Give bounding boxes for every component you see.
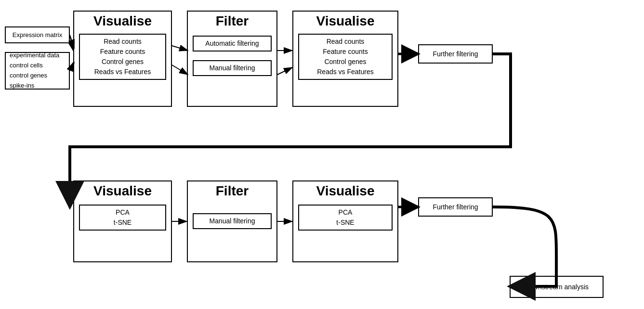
downstream-box: Downstream analysis [510,276,604,298]
visualise3-section: Visualise PCA t-SNE [73,180,172,262]
visualise4-inner: PCA t-SNE [298,205,393,231]
v2-item1: Read counts [305,37,386,47]
v1-item4: Reads vs Features [86,67,159,77]
visualise1-inner: Read counts Feature counts Control genes… [79,34,166,80]
v1-item2: Feature counts [86,47,159,57]
v1-item1: Read counts [86,37,159,47]
further-filtering1-label: Further filtering [433,50,478,58]
filter1-section: Filter Automatic filtering Manual filter… [187,11,277,107]
visualise3-inner: PCA t-SNE [79,205,166,231]
expression-matrix-label: Expression matrix [13,31,62,39]
v2-item3: Control genes [305,57,386,67]
exp-line3: control genes [10,71,47,81]
exp-line1: experimental data [10,51,59,61]
diagram: Expression matrix experimental data cont… [0,0,644,309]
downstream-label: Downstream analysis [525,283,589,291]
further-filtering2-box: Further filtering [418,197,493,217]
visualise3-title: Visualise [74,181,171,200]
v3-item1: PCA [86,207,159,218]
exp-line4: spike-ins [10,81,34,91]
exp-line2: control cells [10,61,43,71]
v2-item4: Reads vs Features [305,67,386,77]
visualise1-section: Visualise Read counts Feature counts Con… [73,11,172,107]
auto-filtering-label: Automatic filtering [205,39,259,47]
v4-item1: PCA [305,207,386,218]
manual-filtering-box2: Manual filtering [193,213,272,229]
manual-filtering-label2: Manual filtering [210,217,255,225]
further-filtering2-label: Further filtering [433,203,478,211]
v2-item2: Feature counts [305,47,386,57]
visualise4-title: Visualise [293,181,397,200]
filter1-title: Filter [188,12,276,30]
visualise4-section: Visualise PCA t-SNE [292,180,398,262]
svg-line-8 [172,65,188,75]
filter2-title: Filter [188,181,276,200]
expression-matrix-box: Expression matrix [5,26,70,43]
svg-line-7 [172,46,188,51]
visualise2-inner: Read counts Feature counts Control genes… [298,34,393,80]
further-filtering1-box: Further filtering [418,44,493,64]
auto-filtering-box: Automatic filtering [193,36,272,52]
visualise2-title: Visualise [293,12,397,30]
v3-item2: t-SNE [86,218,159,228]
svg-line-5 [70,35,73,51]
visualise1-title: Visualise [74,12,171,30]
experimental-data-box: experimental data control cells control … [5,52,70,90]
v4-item2: t-SNE [305,218,386,228]
visualise2-section: Visualise Read counts Feature counts Con… [292,11,398,107]
svg-line-6 [70,63,73,71]
v1-item3: Control genes [86,57,159,67]
filter2-section: Filter Manual filtering [187,180,277,262]
manual-filtering-box1: Manual filtering [193,60,272,76]
svg-line-10 [277,67,292,75]
manual-filtering-label1: Manual filtering [210,64,255,72]
